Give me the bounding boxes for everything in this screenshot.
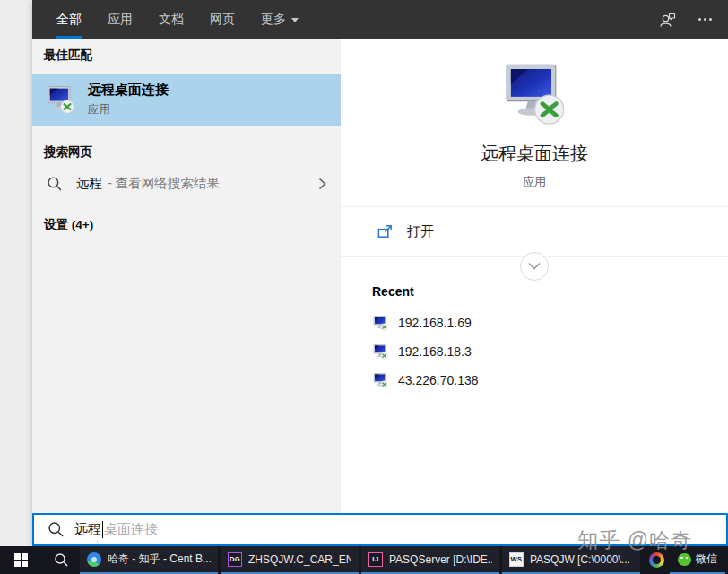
datagrip-icon: DG	[228, 552, 242, 567]
color-ring-icon	[649, 552, 664, 568]
settings-heading: 设置 (4+)	[32, 208, 341, 239]
remote-desktop-icon-small	[372, 344, 389, 360]
tab-more-label: 更多	[261, 12, 286, 26]
webstorm-icon: WS	[509, 552, 524, 567]
app-hero: 远程桌面连接 应用	[341, 39, 728, 190]
web-search-heading: 搜索网页	[32, 135, 341, 167]
tab-more[interactable]: 更多	[260, 0, 299, 39]
tab-documents-label: 文档	[159, 12, 184, 26]
recent-item[interactable]: 192.168.1.69	[372, 309, 695, 337]
best-match-heading: 最佳匹配	[32, 39, 341, 70]
search-filter-bar: 全部 应用 文档 网页 更多	[32, 0, 728, 39]
app-title: 远程桌面连接	[341, 142, 728, 166]
remote-desktop-icon	[45, 86, 76, 114]
taskbar-app-browser[interactable]: 哈奇 - 知乎 - Cent B...	[80, 546, 218, 574]
search-inline-suggestion: 桌面连接	[104, 521, 158, 538]
taskbar-app-datagrip[interactable]: DG ZHSQJW.C_CAR_EN...	[221, 546, 359, 574]
expand-toggle[interactable]	[520, 252, 549, 281]
wechat-label: 微信	[696, 552, 717, 567]
recent-item[interactable]: 43.226.70.138	[372, 366, 695, 395]
recent-heading: Recent	[372, 284, 414, 299]
recent-item[interactable]: 192.168.18.3	[372, 337, 695, 366]
web-search-suggestion[interactable]: 远程 - 查看网络搜索结果	[32, 167, 341, 200]
text-cursor	[102, 521, 103, 538]
recent-item-label: 43.226.70.138	[398, 373, 479, 387]
user-feedback-icon[interactable]	[659, 11, 677, 29]
chevron-down-icon	[527, 262, 542, 271]
open-external-icon	[377, 223, 394, 240]
recent-item-label: 192.168.1.69	[398, 316, 472, 330]
chevron-right-icon[interactable]	[314, 176, 330, 192]
suggestion-query: 远程	[76, 175, 102, 192]
search-icon	[54, 552, 69, 568]
remote-desktop-icon-small	[372, 316, 389, 331]
best-match-result[interactable]: 远程桌面连接 应用	[32, 74, 341, 126]
taskbar-app-label: PASQServer [D:\IDE...	[389, 553, 492, 566]
more-options-icon[interactable]	[698, 18, 712, 21]
tab-web-label: 网页	[210, 12, 235, 26]
header-icons	[659, 0, 712, 39]
taskbar-app-label: ZHSQJW.C_CAR_EN...	[248, 553, 351, 566]
tab-documents[interactable]: 文档	[158, 0, 185, 39]
search-results-panel: 最佳匹配 远程桌面连接 应用 搜索网页 远程 - 查看网络搜索结果	[32, 39, 341, 513]
search-typed-text: 远程	[74, 521, 101, 538]
recent-item-label: 192.168.18.3	[398, 344, 472, 359]
search-flyout: 全部 应用 文档 网页 更多 最佳匹配 远程桌面连接 应用	[32, 0, 728, 547]
taskbar-app-intellij[interactable]: IJ PASQServer [D:\IDE...	[361, 546, 499, 574]
remote-desktop-icon-small	[372, 373, 389, 388]
open-label: 打开	[407, 223, 434, 240]
recent-list: 192.168.1.69 192.168.18.3 43.226.70.138	[372, 309, 695, 395]
tab-apps-label: 应用	[108, 12, 133, 26]
intellij-icon: IJ	[368, 552, 383, 567]
wechat-icon	[678, 553, 691, 566]
tab-all[interactable]: 全部	[56, 0, 82, 39]
taskbar-app-label: 哈奇 - 知乎 - Cent B...	[108, 552, 211, 567]
result-detail-panel: 远程桌面连接 应用 打开 Recent 19	[341, 39, 728, 513]
best-match-text: 远程桌面连接 应用	[88, 82, 169, 117]
chevron-down-icon	[291, 18, 299, 22]
best-match-title: 远程桌面连接	[88, 82, 169, 99]
windows-logo-icon	[14, 553, 28, 567]
taskbar-search-button[interactable]	[42, 546, 80, 574]
tab-apps[interactable]: 应用	[107, 0, 134, 39]
open-action[interactable]: 打开	[341, 206, 728, 257]
suggestion-hint: - 查看网络搜索结果	[108, 175, 220, 192]
remote-desktop-icon-large	[500, 64, 568, 126]
best-match-subtitle: 应用	[88, 102, 169, 117]
search-icon	[48, 521, 65, 538]
start-button[interactable]	[0, 546, 42, 574]
taskbar-app-label: PASQJW [C:\0000\...	[530, 553, 630, 566]
tab-all-label: 全部	[56, 12, 82, 26]
windows-search-screen: 全部 应用 文档 网页 更多 最佳匹配 远程桌面连接 应用	[0, 0, 728, 574]
cent-browser-icon	[87, 552, 101, 567]
app-subtitle: 应用	[341, 174, 728, 190]
tab-web[interactable]: 网页	[209, 0, 236, 39]
search-icon	[47, 176, 63, 192]
watermark: 知乎 @哈奇	[577, 526, 692, 554]
